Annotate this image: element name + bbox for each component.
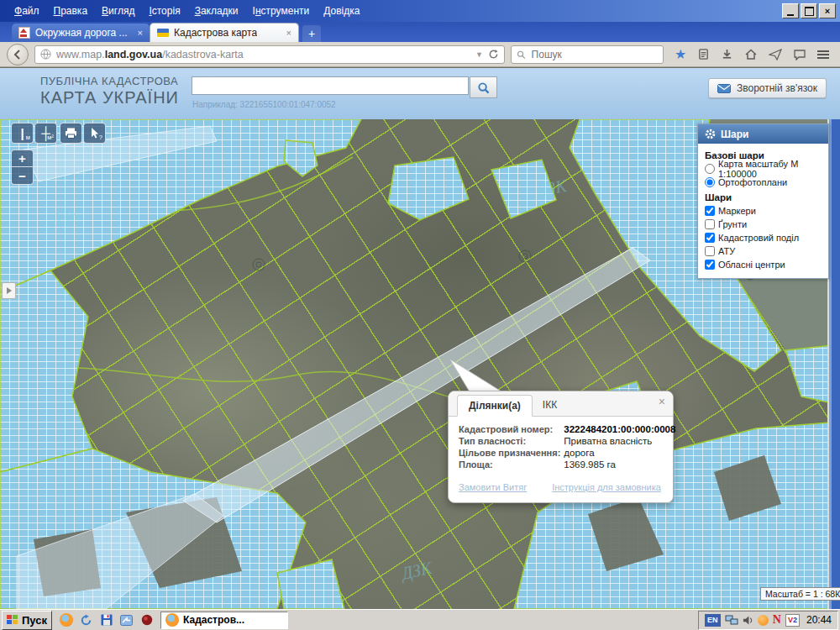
menu-view[interactable]: Вигляд [102, 5, 134, 17]
base-layer-radio[interactable] [705, 177, 715, 187]
share-plane-icon[interactable] [769, 49, 782, 60]
start-label: Пуск [22, 614, 47, 627]
antivirus-tray-icon[interactable]: N [773, 614, 781, 626]
layer-checkbox[interactable] [705, 233, 715, 243]
clock: 20:44 [806, 614, 832, 626]
site-favicon [18, 27, 30, 39]
map-canvas[interactable]: ДЗК ДЗК ДЗК | м ┼ м² ? + − Ша [0, 119, 840, 609]
layer-option-soils[interactable]: Ґрунти [705, 218, 823, 231]
base-layer-radio[interactable] [705, 164, 715, 174]
home-icon[interactable] [744, 48, 758, 60]
menu-hamburger-icon[interactable] [817, 50, 829, 59]
tab-close-icon[interactable]: × [138, 28, 143, 38]
taskbar-task-firefox[interactable]: Кадастров... [160, 612, 288, 629]
volume-tray-icon[interactable] [743, 615, 753, 626]
save-quicklaunch-icon[interactable] [99, 613, 113, 627]
update-quicklaunch-icon[interactable] [79, 613, 93, 627]
layer-checkbox[interactable] [705, 260, 715, 270]
system-tray: EN N V2 20:44 [698, 611, 838, 630]
search-icon [517, 50, 526, 60]
identify-button[interactable]: ? [83, 123, 106, 144]
start-button[interactable]: Пуск [2, 611, 52, 630]
tab-kadastrova-karta[interactable]: Кадастрова карта × [150, 23, 299, 42]
language-indicator[interactable]: EN [705, 614, 721, 627]
print-button[interactable] [60, 123, 82, 144]
layer-label: АТУ [718, 246, 735, 256]
minimize-button[interactable] [782, 3, 799, 18]
base-layer-option-topomap[interactable]: Карта масштабу М 1:100000 [705, 162, 823, 176]
layers-section-title: Шари [705, 192, 823, 202]
tab-close-icon[interactable]: × [286, 28, 291, 38]
field-label: Цільове призначення: [459, 447, 564, 459]
printer-icon [65, 128, 77, 139]
maximize-button[interactable] [801, 3, 817, 18]
media-quicklaunch-icon[interactable] [139, 613, 154, 627]
reload-icon[interactable] [488, 49, 499, 60]
close-button[interactable]: × [819, 3, 836, 18]
feedback-button[interactable]: Зворотній зв'язок [708, 78, 827, 98]
field-label: Тип власності: [459, 435, 564, 447]
menu-tools[interactable]: Інструменти [253, 5, 310, 17]
bookmark-star-icon[interactable]: ★ [675, 48, 686, 61]
layer-option-oblast-centers[interactable]: Обласні центри [705, 258, 823, 271]
popup-close-icon[interactable]: × [659, 396, 665, 407]
mail-quicklaunch-icon[interactable] [119, 613, 134, 627]
popup-tab-ikk[interactable]: ІКК [533, 395, 567, 416]
firefox-quicklaunch-icon[interactable] [59, 613, 73, 627]
vnc-tray-icon[interactable]: V2 [785, 614, 800, 627]
gear-icon [705, 129, 716, 139]
sidebar-expand-button[interactable] [2, 282, 16, 299]
menu-history[interactable]: Історія [149, 5, 180, 17]
tab-okruzhnaya-doroga[interactable]: Окружная дорога ... × [12, 24, 150, 42]
downloads-icon[interactable] [721, 48, 733, 60]
window-right-border [827, 119, 840, 609]
back-button[interactable] [7, 44, 29, 66]
toolbar-icons: ★ [675, 48, 829, 61]
cadastral-search-input[interactable] [192, 76, 469, 95]
updater-tray-icon[interactable] [758, 615, 769, 626]
layer-label: Маркери [718, 206, 756, 216]
popup-links: Замовити Витяг Інструкція для замовника [459, 482, 663, 492]
layers-panel-body: Базові шари Карта масштабу М 1:100000 Ор… [698, 144, 828, 278]
cadastral-search-button[interactable] [470, 76, 497, 98]
tab-label: Окружная дорога ... [35, 27, 128, 39]
chat-bubble-icon[interactable] [793, 49, 806, 60]
layer-checkbox[interactable] [705, 206, 715, 216]
search-icon [477, 81, 490, 94]
layer-label: Обласні центри [718, 260, 785, 270]
layer-checkbox[interactable] [705, 246, 715, 256]
layer-option-atu[interactable]: АТУ [705, 244, 823, 258]
globe-icon [40, 49, 51, 60]
firefox-icon [165, 613, 179, 627]
popup-tab-parcels[interactable]: Ділянки(а) [457, 395, 533, 417]
network-tray-icon[interactable] [725, 614, 738, 626]
layers-panel-header[interactable]: Шари [698, 124, 828, 144]
logo-line2: КАРТА УКРАЇНИ [40, 88, 179, 108]
browser-search-input[interactable] [530, 48, 658, 61]
tab-label: Кадастрова карта [174, 27, 257, 39]
layer-option-cadastral-division[interactable]: Кадастровий поділ [705, 231, 823, 244]
menu-bookmarks[interactable]: Закладки [195, 5, 239, 17]
popup-tabs: Ділянки(а) ІКК × [449, 391, 673, 417]
url-dropdown-icon[interactable]: ▼ [475, 50, 483, 59]
browser-search-box[interactable] [511, 45, 664, 64]
layer-option-markers[interactable]: Маркери [705, 204, 823, 218]
order-extract-link[interactable]: Замовити Витяг [459, 482, 527, 492]
zoom-in-button[interactable]: + [11, 150, 34, 167]
menu-edit[interactable]: Правка [54, 5, 88, 17]
url-bar[interactable]: www.map.land.gov.ua/kadastrova-karta ▼ [34, 45, 505, 64]
menu-file[interactable]: Файл [14, 5, 39, 17]
new-tab-button[interactable]: + [302, 25, 321, 42]
customer-instruction-link[interactable]: Інструкція для замовника [552, 482, 661, 492]
zoom-out-button[interactable]: − [11, 167, 34, 185]
ownership-type-value: Приватна власність [564, 435, 675, 447]
back-arrow-icon [13, 50, 23, 60]
measure-distance-button[interactable]: | м [11, 123, 34, 144]
bookmarks-clipboard-icon[interactable] [697, 48, 710, 60]
measure-area-unit: м² [47, 134, 54, 141]
close-icon: × [825, 7, 830, 16]
menu-help[interactable]: Довідка [323, 5, 360, 17]
layer-checkbox[interactable] [705, 219, 715, 229]
measure-tools-group: | м ┼ м² [11, 123, 57, 144]
measure-area-button[interactable]: ┼ м² [34, 123, 57, 144]
